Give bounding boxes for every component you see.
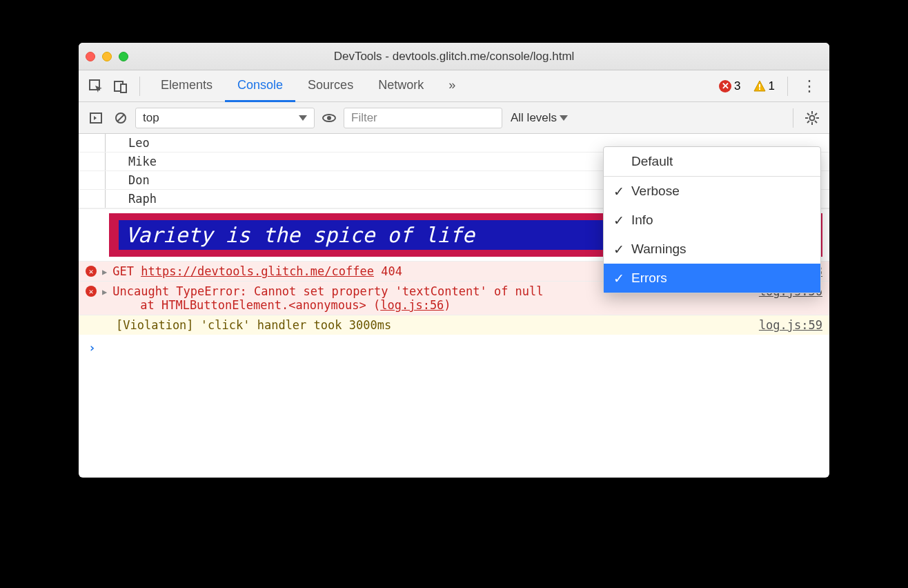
clear-console-icon[interactable] — [110, 108, 131, 128]
disclosure-triangle-icon[interactable]: ▶ — [102, 267, 107, 277]
live-expression-icon[interactable] — [319, 108, 339, 128]
svg-point-9 — [327, 116, 331, 120]
violation-text: [Violation] 'click' handler took 3000ms — [116, 318, 753, 332]
svg-rect-4 — [759, 88, 760, 90]
dropdown-item-errors[interactable]: Errors — [604, 264, 820, 293]
svg-rect-2 — [121, 84, 126, 92]
sidebar-toggle-icon[interactable] — [86, 108, 106, 128]
status-code: 404 — [381, 264, 402, 278]
main-tabbar: Elements Console Sources Network » ✕ 3 1… — [79, 70, 829, 102]
settings-menu-icon[interactable]: ⋮ — [796, 77, 822, 95]
separator — [793, 108, 793, 128]
console-settings-icon[interactable] — [802, 108, 822, 128]
error-count: 3 — [734, 79, 740, 93]
context-label: top — [143, 111, 159, 125]
device-toolbar-icon[interactable] — [110, 76, 131, 97]
request-url[interactable]: https://devtools.glitch.me/coffee — [141, 264, 374, 278]
tab-elements[interactable]: Elements — [148, 70, 225, 102]
warning-count: 1 — [769, 79, 775, 93]
svg-rect-3 — [759, 84, 760, 88]
error-count-badge[interactable]: ✕ 3 — [719, 79, 740, 93]
svg-line-7 — [117, 115, 124, 121]
titlebar: DevTools - devtools.glitch.me/console/lo… — [79, 43, 829, 70]
tab-sources[interactable]: Sources — [295, 70, 366, 102]
exception-text: Uncaught TypeError: Cannot set property … — [112, 284, 543, 298]
stack-suffix: ) — [444, 298, 451, 312]
panel-tabs: Elements Console Sources Network » — [148, 70, 468, 102]
levels-label: All levels — [511, 111, 557, 125]
devtools-window: DevTools - devtools.glitch.me/console/lo… — [79, 43, 829, 478]
log-levels-dropdown: Default Verbose Info Warnings Errors — [603, 146, 821, 293]
violation-row[interactable]: [Violation] 'click' handler took 3000ms … — [79, 315, 829, 335]
svg-line-18 — [815, 113, 817, 115]
warning-count-badge[interactable]: 1 — [753, 79, 775, 93]
source-link[interactable]: log.js:59 — [759, 318, 822, 332]
window-title: DevTools - devtools.glitch.me/console/lo… — [79, 50, 829, 63]
svg-line-15 — [807, 113, 809, 115]
tab-console[interactable]: Console — [225, 70, 295, 102]
chevron-down-icon — [560, 115, 568, 121]
http-method: GET — [112, 264, 134, 278]
separator — [139, 77, 140, 96]
warning-icon — [753, 80, 766, 92]
dropdown-item-info[interactable]: Info — [604, 206, 820, 235]
dropdown-item-default[interactable]: Default — [604, 147, 820, 176]
error-icon: ✕ — [86, 286, 97, 297]
separator — [787, 77, 788, 96]
svg-line-16 — [815, 121, 817, 123]
dropdown-item-warnings[interactable]: Warnings — [604, 235, 820, 264]
error-icon: ✕ — [719, 80, 731, 92]
chevron-down-icon — [299, 115, 307, 121]
execution-context-select[interactable]: top — [135, 108, 315, 128]
filter-input[interactable] — [344, 108, 502, 128]
svg-line-17 — [807, 121, 809, 123]
error-icon: ✕ — [86, 266, 97, 277]
console-prompt[interactable]: › — [79, 335, 829, 360]
stack-prefix: at HTMLButtonElement.<anonymous> ( — [140, 298, 380, 312]
tabs-overflow-button[interactable]: » — [436, 70, 468, 102]
tab-network[interactable]: Network — [366, 70, 436, 102]
dropdown-item-verbose[interactable]: Verbose — [604, 177, 820, 206]
inspect-element-icon[interactable] — [86, 76, 106, 97]
log-levels-select[interactable]: All levels — [506, 108, 572, 128]
svg-point-10 — [810, 115, 815, 120]
disclosure-triangle-icon[interactable]: ▶ — [102, 287, 107, 297]
console-toolbar: top All levels — [79, 102, 829, 134]
stack-link[interactable]: log.js:56 — [380, 298, 444, 312]
